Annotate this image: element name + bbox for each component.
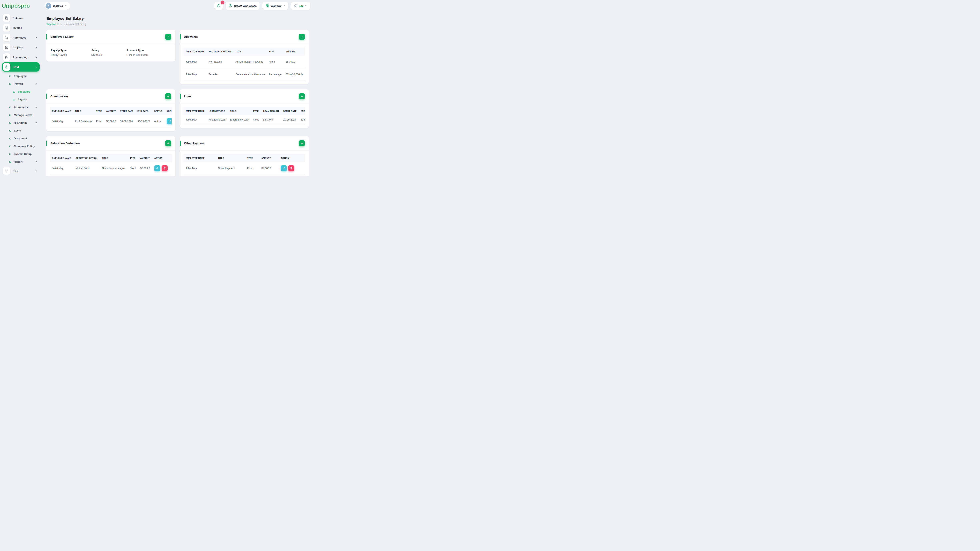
sidebar-item-label: Payslip (18, 98, 27, 101)
sidebar-item-pos[interactable]: POS (2, 166, 40, 175)
sidebar-item-event[interactable]: Event (2, 127, 40, 135)
column-header: TYPE (267, 48, 283, 56)
add-employee-salary-button[interactable] (165, 34, 171, 40)
edit-button[interactable] (167, 118, 172, 124)
cell: Active (152, 115, 165, 128)
cell: 30-09-2024 (299, 115, 305, 124)
create-workspace-button[interactable]: Create Workspace (226, 2, 259, 10)
loan-card: Loan EMPLOYEE NAMELOAN OPTIONSTITLETYPEL… (180, 89, 309, 128)
actions-cell (165, 115, 172, 128)
cell: Fixed (94, 115, 104, 128)
column-header: LOAN OPTIONS (207, 107, 228, 115)
workspace-switcher[interactable]: WorkDo (45, 2, 70, 10)
cell: $5,000.0 (283, 56, 305, 68)
breadcrumb-dashboard-link[interactable]: Dashboard (46, 23, 58, 25)
sidebar-item-label: HR Admin (14, 121, 27, 124)
chevron-right-icon (35, 46, 38, 49)
column-header: AMOUNT (283, 48, 305, 56)
cell: Emergency Loan (228, 115, 251, 124)
sidebar-item-label: Company Policy (14, 145, 35, 148)
sidebar-item-employee[interactable]: Employee (2, 72, 40, 80)
topbar: Unipospro WorkDo 0 Create Workspace Work… (0, 0, 313, 11)
sidebar-item-projects[interactable]: Projects (2, 43, 40, 52)
delete-button[interactable] (162, 165, 168, 171)
cards-grid: Employee Salary Payslip TypeHourly Paysl… (46, 30, 309, 176)
page-title: Employee Set Salary (46, 16, 309, 21)
sidebar-item-hr-admin[interactable]: HR Admin (2, 119, 40, 127)
sidebar-item-purchases[interactable]: Purchases (2, 33, 40, 42)
cell: Fixed (128, 162, 138, 175)
add-loan-button[interactable] (299, 93, 305, 99)
cell: Juliet May (184, 115, 207, 124)
delete-button[interactable] (288, 165, 294, 171)
sidebar-item-crm[interactable]: CRM (2, 176, 40, 176)
messages-button[interactable]: 0 (215, 2, 223, 10)
cell: $5,000.0 (138, 162, 153, 175)
sidebar-item-company-policy[interactable]: Company Policy (2, 142, 40, 150)
card-title: Commission (50, 95, 68, 98)
workdo-menu-button[interactable]: WorkDo (262, 2, 288, 10)
column-header: TITLE (228, 107, 251, 115)
saturation-deduction-table: EMPLOYEE NAMEDEDUCTION OPTIONTITLETYPEAM… (50, 154, 172, 175)
language-code: EN (299, 5, 303, 7)
cell: $5,000.0 (259, 162, 279, 175)
actions-cell (152, 162, 172, 175)
cell: Non Taxable (207, 56, 234, 68)
loan-table: EMPLOYEE NAMELOAN OPTIONSTITLETYPELOAN A… (184, 107, 305, 124)
sidebar-item-payslip[interactable]: Payslip (2, 95, 40, 103)
sidebar-item-label: HRM (13, 65, 19, 68)
column-header: EMPLOYEE NAME (184, 48, 207, 56)
salary-fields: Payslip TypeHourly PayslipSalary$12,000.… (51, 49, 171, 56)
field: Salary$12,000.0 (91, 49, 127, 56)
column-header: START DATE (281, 107, 299, 115)
cell: 10-09-2024 (118, 115, 135, 128)
column-header: TYPE (251, 107, 261, 115)
column-header: TYPE (128, 154, 138, 162)
field-value: Hourly Payslip (51, 54, 91, 56)
card-header: Other Payment (180, 136, 309, 151)
cell: Juliet May (50, 162, 73, 175)
actions-cell (305, 68, 305, 81)
sidebar-item-system-setup[interactable]: System Setup (2, 150, 40, 158)
bullet-icon (13, 98, 15, 100)
cell: Nisi a tenetur magna (100, 162, 128, 175)
other-payment-table: EMPLOYEE NAMETITLETYPEAMOUNTACTIONJuliet… (184, 154, 305, 175)
sidebar-item-report[interactable]: Report (2, 158, 40, 166)
cell: Juliet May (184, 68, 207, 81)
add-other-payment-button[interactable] (299, 140, 305, 146)
field: Account TypeHorizon Bank cash (127, 49, 171, 56)
add-commission-button[interactable] (165, 93, 171, 99)
sidebar-item-set-salary[interactable]: Set salary (2, 88, 40, 95)
sidebar-item-invoice[interactable]: Invoice (2, 23, 40, 32)
sidebar-item-document[interactable]: Document (2, 135, 40, 142)
sidebar-item-payroll[interactable]: Payroll (2, 80, 40, 88)
add-saturation-deduction-button[interactable] (165, 140, 171, 146)
allowance-card: Allowance EMPLOYEE NAMEALLOWNACE OPTIONT… (180, 30, 309, 84)
column-header: EMPLOYEE NAME (50, 107, 73, 115)
cell: PHP Developer (73, 115, 94, 128)
allowance-table: EMPLOYEE NAMEALLOWNACE OPTIONTITLETYPEAM… (184, 48, 305, 81)
sidebar-item-accounting[interactable]: Accounting (2, 52, 40, 62)
sidebar-item-retainer[interactable]: Retainer (2, 13, 40, 22)
table-row: Juliet MayTaxablesCommunication Allowanc… (184, 68, 305, 81)
chevron-down-icon (35, 66, 38, 68)
cell: 50% ($6,000.0) (283, 68, 305, 81)
card-title: Employee Salary (50, 35, 73, 38)
edit-button[interactable] (154, 165, 160, 171)
language-selector[interactable]: EN (291, 2, 310, 10)
sidebar-item-hrm[interactable]: HRM (2, 62, 40, 71)
commission-table: EMPLOYEE NAMETITLETYPEAMOUNTSTART DATEEN… (50, 107, 172, 128)
add-allowance-button[interactable] (299, 34, 305, 40)
sidebar-item-manage-leave[interactable]: Manage Leave (2, 111, 40, 119)
bullet-icon (13, 91, 15, 93)
field-label: Account Type (127, 49, 171, 52)
sidebar-item-attendance[interactable]: Attendance (2, 103, 40, 111)
sidebar-item-label: System Setup (14, 152, 32, 156)
table-row: Juliet MayPHP DeveloperFixed$5,000.010-0… (50, 115, 172, 128)
edit-button[interactable] (281, 165, 287, 171)
column-header: STATUS (152, 107, 165, 115)
sidebar-item-label: Report (14, 160, 22, 163)
plus-circle-icon (229, 4, 232, 8)
sidebar-item-label: Attendance (14, 106, 29, 109)
actions-cell (305, 56, 305, 68)
